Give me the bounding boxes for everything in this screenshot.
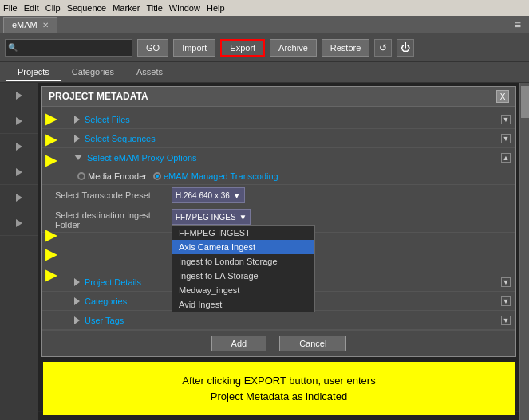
- tab-label: eMAM: [12, 20, 38, 29]
- tab-categories[interactable]: Categories: [61, 64, 125, 81]
- menu-marker[interactable]: Marker: [113, 3, 140, 13]
- dialog-title: PROJECT METADATA: [49, 91, 148, 102]
- select-sequences-arrow: [74, 135, 80, 143]
- media-encoder-radio[interactable]: Media Encoder: [77, 171, 147, 181]
- transcode-preset-arrow-icon: ▼: [233, 191, 241, 200]
- ingest-folder-arrow-icon: ▼: [239, 213, 247, 222]
- select-emam-label: Select eMAM Proxy Options: [87, 153, 501, 163]
- ingest-folder-select[interactable]: FFMPEG INGES ▼: [172, 209, 251, 225]
- select-sequences-label: Select Sequences: [85, 134, 501, 143]
- select-files-label: Select Files: [85, 115, 501, 124]
- info-line2: Project Metadata as indicated: [211, 391, 347, 402]
- tab-close-icon[interactable]: ✕: [42, 21, 49, 29]
- info-line1: After clicking EXPORT button, user enter…: [182, 375, 375, 387]
- toolbar: GO Import Export Archive Restore ↺ ⏻: [0, 33, 529, 62]
- menu-title[interactable]: Title: [146, 3, 162, 13]
- sidebar-item-4[interactable]: [0, 159, 38, 185]
- emam-tab[interactable]: eMAM ✕: [3, 17, 57, 33]
- dropdown-item-5[interactable]: Avid Ingest: [172, 297, 314, 312]
- menubar: File Edit Clip Sequence Marker Title Win…: [0, 0, 529, 16]
- ingest-folder-dropdown-container: FFMPEG INGES ▼ FFMPEG INGEST Axis Camera…: [172, 209, 251, 225]
- export-button[interactable]: Export: [220, 39, 265, 57]
- transcode-preset-row: Select Transcode Preset H.264 640 x 36 ▼: [42, 185, 515, 206]
- dropdown-item-2[interactable]: Ingest to London Storage: [172, 254, 314, 269]
- dialog-close-button[interactable]: X: [496, 90, 509, 103]
- sidebar-item-1[interactable]: [0, 83, 38, 108]
- tab-projects[interactable]: Projects: [6, 64, 61, 81]
- cancel-button[interactable]: Cancel: [279, 336, 346, 351]
- user-tags-label: User Tags: [85, 316, 501, 325]
- emam-managed-dot: [153, 172, 161, 180]
- import-button[interactable]: Import: [173, 39, 215, 57]
- nav-tabs: Projects Categories Assets: [0, 62, 529, 83]
- project-details-arrow: [74, 278, 80, 286]
- dialog-body: ▶ ▶ ▶ ▶ ▶ ▶ Select Files ▼: [42, 107, 515, 330]
- sidebar-item-3[interactable]: [0, 134, 38, 159]
- categories-arrow: [74, 297, 80, 305]
- search-input[interactable]: [5, 39, 132, 57]
- user-tags-arrow: [74, 316, 80, 324]
- user-tags-row[interactable]: User Tags ▼: [42, 311, 515, 330]
- add-button[interactable]: Add: [211, 336, 267, 351]
- media-encoder-dot: [77, 172, 85, 180]
- scrollbar[interactable]: [519, 83, 529, 420]
- info-box: After clicking EXPORT button, user enter…: [43, 362, 515, 415]
- menu-file[interactable]: File: [3, 3, 18, 13]
- search-wrap: [5, 39, 132, 57]
- arrow-icon-3: [16, 143, 22, 151]
- main-content: PROJECT METADATA X ▶ ▶ ▶ ▶ ▶ ▶: [0, 83, 529, 420]
- restore-button[interactable]: Restore: [322, 39, 370, 57]
- select-files-row[interactable]: Select Files ▼: [42, 110, 515, 129]
- select-sequences-row[interactable]: Select Sequences ▼: [42, 129, 515, 148]
- arrow-icon-4: [16, 168, 22, 176]
- select-emam-expand[interactable]: ▲: [501, 153, 511, 163]
- menu-window[interactable]: Window: [169, 3, 200, 13]
- ingest-folder-label: Select destination Ingest Folder: [55, 209, 167, 230]
- dropdown-item-3[interactable]: Ingest to LA Storage: [172, 269, 314, 283]
- arrow-icon-5: [16, 194, 22, 202]
- refresh-button[interactable]: ↺: [374, 39, 392, 57]
- dialog-header: PROJECT METADATA X: [42, 87, 515, 107]
- ingest-dropdown-menu: FFMPEG INGEST Axis Camera Ingest Ingest …: [172, 225, 315, 312]
- center-panel: PROJECT METADATA X ▶ ▶ ▶ ▶ ▶ ▶: [38, 83, 519, 420]
- arrow-icon-2: [16, 117, 22, 125]
- menu-edit[interactable]: Edit: [24, 3, 39, 13]
- transcode-preset-select[interactable]: H.264 640 x 36 ▼: [172, 187, 245, 203]
- select-files-arrow: [74, 116, 80, 124]
- select-sequences-expand[interactable]: ▼: [501, 134, 511, 143]
- sidebar-item-2[interactable]: [0, 108, 38, 134]
- tab-assets[interactable]: Assets: [125, 64, 174, 81]
- menu-sequence[interactable]: Sequence: [67, 3, 107, 13]
- scrollbar-thumb[interactable]: [521, 86, 529, 118]
- dropdown-item-0[interactable]: FFMPEG INGEST: [172, 226, 314, 240]
- arrow-icon-1: [16, 92, 22, 100]
- go-button[interactable]: GO: [137, 39, 168, 57]
- power-button[interactable]: ⏻: [397, 39, 414, 57]
- modal-overlay: PROJECT METADATA X ▶ ▶ ▶ ▶ ▶ ▶: [38, 83, 519, 420]
- select-emam-arrow: [74, 155, 82, 160]
- select-files-expand[interactable]: ▼: [501, 115, 511, 124]
- emam-managed-radio[interactable]: eMAM Managed Transcoding: [153, 171, 278, 181]
- dropdown-item-1[interactable]: Axis Camera Ingest: [172, 240, 314, 254]
- sidebar-item-5[interactable]: [0, 185, 38, 210]
- dropdown-item-4[interactable]: Medway_ingest: [172, 283, 314, 297]
- arrow-icon-6: [16, 219, 22, 227]
- transcode-preset-value: H.264 640 x 36: [176, 191, 230, 200]
- menu-help[interactable]: Help: [207, 3, 225, 13]
- emam-managed-label: eMAM Managed Transcoding: [164, 171, 278, 181]
- tab-pin-icon[interactable]: ≡: [510, 18, 526, 31]
- sidebar-item-6[interactable]: [0, 210, 38, 236]
- menu-clip[interactable]: Clip: [45, 3, 61, 13]
- ingest-folder-row: Select destination Ingest Folder FFMPEG …: [42, 206, 515, 233]
- transcode-row: Media Encoder eMAM Managed Transcoding: [42, 167, 515, 185]
- select-emam-row[interactable]: Select eMAM Proxy Options ▲: [42, 148, 515, 167]
- project-metadata-dialog: PROJECT METADATA X ▶ ▶ ▶ ▶ ▶ ▶: [41, 86, 516, 357]
- ingest-folder-value: FFMPEG INGES: [176, 213, 236, 222]
- sidebar: [0, 83, 38, 420]
- project-details-expand[interactable]: ▼: [501, 277, 511, 287]
- archive-button[interactable]: Archive: [270, 39, 317, 57]
- dialog-footer: Add Cancel: [42, 330, 515, 356]
- categories-expand[interactable]: ▼: [501, 296, 511, 306]
- media-encoder-label: Media Encoder: [88, 171, 147, 181]
- user-tags-expand[interactable]: ▼: [501, 316, 511, 325]
